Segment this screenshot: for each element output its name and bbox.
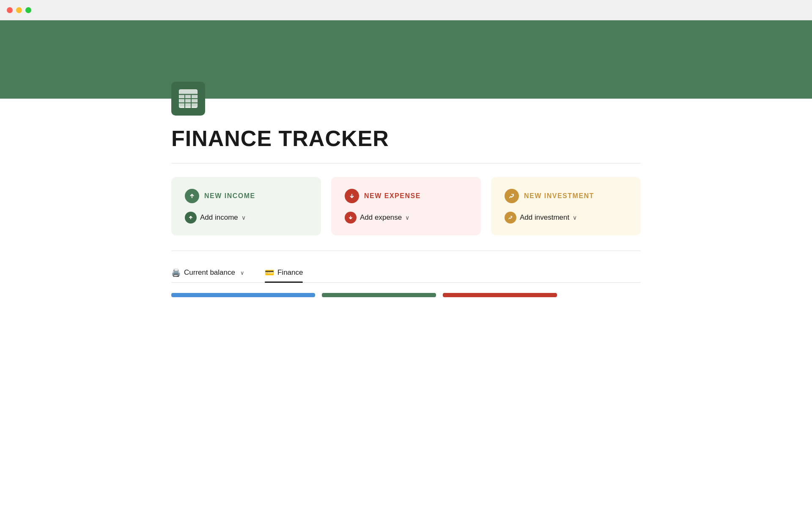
income-card: NEW INCOME Add income ∨ [171, 177, 321, 235]
expense-card-header: NEW EXPENSE [345, 189, 467, 203]
add-expense-button[interactable]: Add expense ∨ [345, 212, 467, 224]
tab-current-balance[interactable]: 🖨️ Current balance ∨ [171, 268, 244, 282]
table-columns-preview [171, 293, 641, 297]
investment-chevron-icon: ∨ [573, 214, 577, 221]
svg-point-20 [508, 192, 516, 200]
minimize-button[interactable] [16, 7, 22, 13]
svg-rect-7 [179, 95, 184, 98]
svg-rect-11 [185, 99, 191, 102]
titlebar [0, 0, 812, 20]
expense-card-title: NEW EXPENSE [364, 192, 421, 200]
cards-row: NEW INCOME Add income ∨ [171, 177, 641, 235]
add-income-button[interactable]: Add income ∨ [185, 212, 307, 224]
income-icon [185, 189, 199, 203]
expense-icon [345, 189, 359, 203]
income-card-title: NEW INCOME [204, 192, 255, 200]
finance-tab-icon: 💳 [265, 268, 274, 277]
investment-card-header: NEW INVESTMENT [505, 189, 627, 203]
close-button[interactable] [7, 7, 13, 13]
section-divider [171, 163, 641, 163]
income-chevron-icon: ∨ [241, 214, 246, 221]
tab-finance[interactable]: 💳 Finance [265, 268, 303, 282]
page-title: FINANCE TRACKER [171, 126, 641, 151]
add-expense-icon [345, 212, 357, 224]
spreadsheet-icon [177, 88, 199, 110]
add-income-label: Add income [200, 213, 238, 222]
income-card-header: NEW INCOME [185, 189, 307, 203]
app-icon [171, 82, 205, 116]
add-income-icon [185, 212, 197, 224]
finance-tab-label: Finance [277, 268, 303, 277]
expense-card: NEW EXPENSE Add expense ∨ [331, 177, 481, 235]
investment-card: NEW INVESTMENT Add investment ∨ [491, 177, 641, 235]
balance-chevron-icon: ∨ [240, 270, 244, 276]
svg-rect-10 [179, 99, 184, 102]
investment-icon [505, 189, 519, 203]
balance-tab-label: Current balance [184, 268, 235, 277]
add-investment-icon [505, 212, 516, 224]
svg-rect-12 [192, 99, 197, 102]
add-investment-button[interactable]: Add investment ∨ [505, 212, 627, 224]
svg-rect-6 [179, 90, 197, 94]
investment-card-title: NEW INVESTMENT [524, 192, 594, 200]
tabs-divider [171, 251, 641, 251]
col-blue-bar [171, 293, 315, 297]
svg-rect-8 [185, 95, 191, 98]
col-green-bar [322, 293, 436, 297]
add-expense-label: Add expense [360, 213, 402, 222]
add-investment-label: Add investment [520, 213, 569, 222]
expense-chevron-icon: ∨ [405, 214, 409, 221]
col-red-bar [443, 293, 557, 297]
svg-rect-9 [192, 95, 197, 98]
svg-rect-15 [192, 103, 197, 107]
app-icon-wrapper [171, 82, 641, 116]
svg-point-21 [508, 215, 513, 221]
svg-rect-14 [185, 103, 191, 107]
svg-rect-13 [179, 103, 184, 107]
bottom-section: 🖨️ Current balance ∨ 💳 Finance [171, 265, 641, 297]
tabs-row: 🖨️ Current balance ∨ 💳 Finance [171, 268, 641, 283]
maximize-button[interactable] [25, 7, 31, 13]
balance-tab-icon: 🖨️ [171, 268, 181, 277]
